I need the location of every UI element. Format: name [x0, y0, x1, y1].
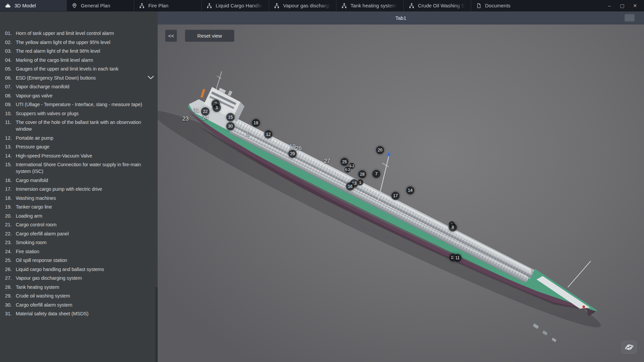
engine-logo-button[interactable] — [622, 341, 637, 354]
tab-general-plan[interactable]: General Plan — [66, 0, 134, 11]
tab-documents[interactable]: Documents — [471, 0, 538, 11]
model-marker-7[interactable]: 7 — [372, 170, 381, 178]
item-label: Material safety data sheet (MSDS) — [16, 310, 155, 317]
tab-3d-model[interactable]: 3D Model — [0, 0, 66, 11]
sidebar-item-30[interactable]: 30.Cargo oferfill alarm system — [5, 302, 155, 308]
item-label: UTI (Ullage - Temperature - Interface, s… — [16, 101, 155, 108]
item-number: 13. — [5, 143, 16, 150]
item-label: ESD (Emergency Shut Down) buttons — [16, 75, 146, 81]
tab-bar: 3D ModelGeneral PlanFire PlanLiquid Carg… — [0, 0, 644, 11]
tanker-3d-model[interactable] — [158, 25, 644, 362]
sidebar-item-08[interactable]: 08.Vapour-gas valve — [5, 92, 155, 99]
model-marker-28[interactable]: 28 — [358, 170, 367, 179]
sidebar-item-05[interactable]: 05.Gauges of the upper and limit levels … — [5, 65, 155, 72]
header-mini-button[interactable] — [625, 14, 635, 21]
item-label: Vapour gas discharging system — [16, 275, 155, 281]
model-marker-20[interactable]: 20 — [376, 146, 384, 154]
sidebar-item-21[interactable]: 21.Cargo control room — [5, 221, 155, 228]
sidebar-item-16[interactable]: 16.Cargo manifold — [5, 177, 155, 184]
chevron-down-icon[interactable] — [146, 76, 155, 80]
model-marker-16[interactable]: 16 — [346, 182, 355, 191]
sidebar-item-14[interactable]: 14.High-speed Pressure-Vacuum Valve — [5, 152, 155, 159]
3d-viewport[interactable]: 233122242315301851219262927256-26-328720… — [158, 25, 644, 362]
model-marker-3[interactable]: 3 — [212, 103, 221, 112]
model-marker-25[interactable]: 25 — [340, 157, 349, 166]
maximize-button[interactable]: ▢ — [616, 0, 629, 11]
sidebar-item-22[interactable]: 22.Cargo oferfill alarm panel — [5, 230, 155, 237]
model-marker-19[interactable]: 19 — [289, 143, 296, 150]
sidebar-item-06[interactable]: 06.ESD (Emergency Shut Down) buttons — [5, 75, 155, 81]
sidebar-item-01[interactable]: 01.Horn of tank upper and limit level co… — [5, 30, 155, 37]
sidebar-item-26[interactable]: 26.Liquid cargo handling and ballast sys… — [5, 266, 155, 273]
tab-tank-heating-system[interactable]: Tank heating system — [336, 0, 404, 11]
tab-label: 3D Model — [14, 3, 62, 8]
tab-liquid-cargo-handling[interactable]: Liquid Cargo Handling — [201, 0, 269, 11]
collapse-sidebar-button[interactable]: << — [165, 30, 177, 42]
model-marker-14[interactable]: 14 — [406, 186, 415, 195]
sidebar-item-02[interactable]: 02.The yellow alarm light of the upper 9… — [5, 39, 155, 46]
sidebar-item-20[interactable]: 20.Loading arm — [5, 213, 155, 219]
model-marker-27[interactable]: 27 — [324, 158, 330, 165]
item-number: 17. — [5, 186, 16, 192]
sidebar-item-07[interactable]: 07.Vapor discharge manifold — [5, 83, 155, 90]
sidebar-item-17[interactable]: 17.Immersion cargo pump with electric dr… — [5, 186, 155, 192]
sidebar-item-29[interactable]: 29.Crude oil washing system — [5, 292, 155, 299]
tab-fire-plan[interactable]: Fire Plan — [134, 0, 201, 11]
model-marker-29[interactable]: 29 — [288, 149, 297, 158]
sidebar-item-18[interactable]: 18.Washing machines — [5, 195, 155, 201]
model-marker-15[interactable]: 15 — [226, 113, 235, 122]
model-marker-31[interactable]: 31 — [193, 107, 200, 114]
item-number: 06. — [5, 75, 16, 81]
item-label: Gauges of the upper and limit levels in … — [16, 65, 155, 72]
model-marker-26[interactable]: 26 — [296, 145, 302, 152]
model-marker-18[interactable]: 18 — [252, 119, 260, 127]
sidebar-item-25[interactable]: 25.Oil spill response station — [5, 257, 155, 264]
tab-vapour-gas-discharging[interactable]: Vapour gas discharging — [269, 0, 336, 11]
item-label: Crude oil washing system — [16, 292, 155, 299]
sidebar-item-23[interactable]: 23.Smoking room — [5, 239, 155, 246]
sidebar-item-15[interactable]: 15.International Shore Connection for wa… — [5, 161, 155, 175]
main-area: Tab1 — [158, 11, 644, 362]
item-number: 03. — [5, 48, 16, 54]
item-number: 09. — [5, 101, 16, 108]
item-label: Vapor discharge manifold — [16, 83, 155, 90]
model-marker-1[interactable]: 1 — [357, 179, 364, 186]
item-number: 07. — [5, 83, 16, 90]
tab-crude-oil-washing-sys[interactable]: Crude Oil Washing Sys — [404, 0, 471, 11]
sidebar-scrollbar[interactable] — [155, 287, 158, 362]
reset-view-button[interactable]: Reset view — [185, 30, 234, 42]
sidebar-item-24[interactable]: 24.Fire station — [5, 248, 155, 255]
model-marker-6-3[interactable]: 6-3 — [344, 166, 351, 173]
sidebar-item-04[interactable]: 04.Marking of the cargo limit level alar… — [5, 57, 155, 63]
item-number: 15. — [5, 161, 16, 168]
model-marker-5[interactable]: 5 — [247, 131, 250, 138]
item-number: 21. — [5, 221, 16, 228]
model-marker-24[interactable]: 24 — [202, 115, 209, 121]
minimize-button[interactable]: – — [603, 0, 616, 11]
model-marker-12[interactable]: 12 — [264, 130, 273, 139]
model-marker-8[interactable]: 8 — [448, 223, 457, 232]
equipment-list: 01.Horn of tank upper and limit level co… — [0, 11, 158, 317]
sidebar-item-10[interactable]: 10.Scuppers with valves or plugs — [5, 110, 155, 117]
sidebar-item-28[interactable]: 28.Tank heating system — [5, 284, 155, 290]
sidebar-item-11[interactable]: 11.The cover of the hole of the ballast … — [5, 119, 155, 132]
sidebar-item-13[interactable]: 13.Pressure gauge — [5, 143, 155, 150]
ship-group — [158, 52, 629, 357]
item-label: Loading arm — [16, 213, 155, 219]
item-label: Fire station — [16, 248, 155, 255]
item-label: Cargo manifold — [16, 177, 155, 184]
close-button[interactable]: ✕ — [629, 0, 641, 11]
sidebar-item-12[interactable]: 12.Portable air pump — [5, 135, 155, 141]
model-marker-17[interactable]: 17 — [391, 191, 400, 200]
sidebar-item-19[interactable]: 19.Tanker cargo line — [5, 203, 155, 210]
sidebar-item-03[interactable]: 03.The red alarm light of the limit 98% … — [5, 48, 155, 54]
tab-label: Documents — [485, 3, 534, 8]
sidebar-item-31[interactable]: 31.Material safety data sheet (MSDS) — [5, 310, 155, 317]
item-number: 31. — [5, 310, 16, 317]
sidebar-item-27[interactable]: 27.Vapour gas discharging system — [5, 275, 155, 281]
sidebar-item-09[interactable]: 09.UTI (Ullage - Temperature - Interface… — [5, 101, 155, 108]
model-marker-11[interactable]: 11 — [453, 254, 462, 262]
item-number: 24. — [5, 248, 16, 255]
model-marker-30[interactable]: 30 — [226, 122, 235, 131]
model-marker-23[interactable]: 23 — [182, 116, 189, 122]
